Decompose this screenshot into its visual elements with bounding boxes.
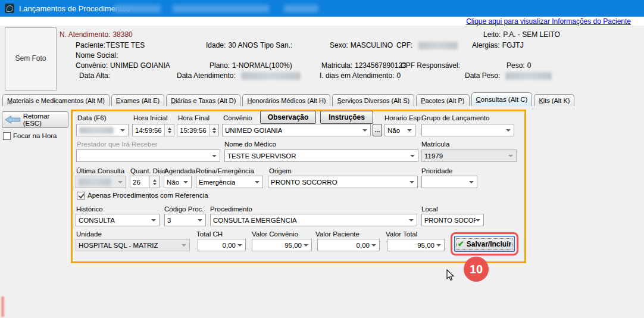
redacted-value	[418, 42, 458, 49]
plano-field: Plano:1-NORMAL(100%)	[210, 61, 292, 70]
grupo-lancamento-select[interactable]	[421, 124, 514, 136]
leito-field: Leito:P.A. - SEM LEITO	[483, 30, 560, 39]
valor-convenio-field[interactable]: 95,00	[252, 239, 312, 251]
tab-diarias-taxas[interactable]: Diárias e Taxas (Alt D)	[166, 94, 240, 106]
total-ch-label: Total CH	[196, 230, 223, 238]
tab-kits[interactable]: Kits (Alt K)	[534, 94, 574, 106]
titlebar: Lançamentos de Procedimentos	[0, 0, 644, 17]
prioridade-select[interactable]	[421, 176, 477, 188]
historico-label: Histórico	[76, 205, 103, 213]
chevron-down-icon	[409, 219, 414, 222]
chevron-down-icon	[237, 244, 242, 247]
tab-materiais-medicamentos[interactable]: Materiais e Medicamentos (Alt M)	[2, 94, 110, 106]
spinner-buttons[interactable]	[149, 176, 159, 188]
chevron-down-icon	[118, 181, 123, 183]
data-f6-select[interactable]	[76, 124, 129, 136]
prestador-select[interactable]	[76, 149, 220, 162]
redacted-value	[79, 127, 114, 134]
codigo-proc-select[interactable]: 3	[164, 214, 206, 226]
chevron-down-icon	[436, 244, 441, 247]
redacted-title-text	[284, 5, 318, 13]
prestador-label: Prestador que Irá Receber	[77, 141, 158, 148]
local-label: Local	[421, 205, 438, 213]
rotina-emergencia-label: Rotina/Emergência	[196, 167, 254, 174]
patient-photo-placeholder: Sem Foto	[5, 27, 57, 91]
horario-esp-select[interactable]: Não	[384, 124, 415, 136]
local-select[interactable]: PRONTO SOCORRO	[421, 214, 484, 226]
redacted-title-text	[114, 5, 161, 13]
chevron-down-icon	[508, 155, 513, 157]
nome-medico-label: Nome do Médico	[224, 141, 276, 148]
quant-dias-spinner[interactable]: 26	[130, 176, 160, 188]
redacted-value	[79, 179, 111, 186]
redacted-value	[241, 72, 301, 80]
data-peso-field: Data Peso:	[465, 71, 552, 80]
apenas-referencia-checkbox[interactable]	[77, 192, 85, 199]
data-f6-label: Data (F6)	[77, 114, 107, 121]
valor-total-field[interactable]: 95,00	[387, 239, 445, 251]
tab-honorarios-medicos[interactable]: Honorários Médicos (Alt H)	[242, 94, 330, 106]
chevron-down-icon	[304, 244, 308, 247]
cpf-responsavel-field: CPF Responsável:	[401, 61, 460, 70]
chevron-down-icon	[151, 219, 156, 222]
chevron-down-icon	[362, 129, 367, 132]
tab-exames[interactable]: Exames (Alt E)	[111, 94, 164, 106]
convenio-more-button[interactable]: ...	[373, 124, 382, 136]
spinner-buttons[interactable]	[209, 124, 218, 136]
observacao-button[interactable]: Observação	[260, 111, 316, 124]
tab-servicos-diversos[interactable]: Serviços Diversos (Alt S)	[332, 94, 414, 106]
peso-field: Peso:0	[507, 61, 531, 70]
convenio-label: Convênio	[223, 114, 252, 121]
chevron-down-icon	[409, 181, 414, 183]
left-edge-marker	[1, 297, 4, 317]
chevron-down-icon	[371, 244, 376, 247]
nome-social-field: Nome Social:	[76, 51, 120, 60]
chevron-down-icon	[198, 219, 202, 222]
matricula-field: Matricula:1234567890123	[321, 61, 407, 70]
redacted-value	[505, 72, 552, 80]
n-atendimento-field: N. Atendimento:38380	[60, 30, 133, 39]
procedimento-label: Procedimento	[210, 205, 252, 213]
historico-select[interactable]: CONSULTA	[76, 214, 160, 226]
hora-inicial-spinner[interactable]: 14:59:56	[132, 124, 174, 136]
hora-final-spinner[interactable]: 15:39:56	[177, 124, 219, 136]
total-ch-field[interactable]: 0,00	[198, 239, 246, 251]
origem-select[interactable]: PRONTO SOCORRO	[268, 176, 418, 188]
origem-label: Origem	[269, 167, 292, 174]
procedimento-select[interactable]: CONSULTA EMERGÊNCIA	[210, 214, 417, 226]
sexo-field: Sexo:MASCULINO	[330, 41, 393, 49]
matricula-select: 11979	[421, 149, 517, 162]
agendada-select[interactable]: Não	[164, 176, 192, 188]
arrow-left-icon	[5, 115, 21, 124]
alergias-field: Alergias:FGJTJ	[472, 41, 524, 49]
tab-pacotes[interactable]: Pacotes (Alt P)	[416, 94, 469, 106]
data-atendimento-field: Data Atendimento:	[177, 71, 301, 80]
prioridade-label: Prioridade	[421, 167, 452, 174]
convenio-select[interactable]: UNIMED GOIANIA	[222, 124, 371, 136]
chevron-down-icon	[120, 129, 125, 132]
valor-paciente-field[interactable]: 0,00	[317, 239, 380, 251]
data-alta-field: Data Alta:	[79, 71, 110, 80]
rotina-emergencia-select[interactable]: Emergência	[196, 176, 263, 188]
codigo-proc-label: Código Proc.	[164, 205, 204, 213]
chevron-down-icon	[469, 181, 474, 183]
patient-info-link[interactable]: Clique aqui para visualizar Informações …	[466, 17, 631, 26]
apenas-referencia-label: Apenas Procedimentos com Referencia	[87, 192, 208, 199]
unidade-select: HOSPITAL SQL - MATRIZ	[76, 239, 190, 251]
paciente-field: Paciente:TESTE TES	[76, 41, 145, 49]
focar-na-hora-checkbox[interactable]	[3, 132, 11, 140]
tipo-san-field: Tipo San.:	[260, 41, 295, 49]
retornar-button[interactable]: Retornar (ESC)	[2, 111, 68, 128]
nome-medico-select[interactable]: TESTE SUPERVISOR	[224, 149, 418, 162]
valor-convenio-label: Valor Convênio	[252, 230, 298, 238]
matricula-label: Matrícula	[421, 141, 449, 148]
tab-consultas[interactable]: Consultas (Alt C)	[471, 92, 533, 106]
window: Lançamentos de Procedimentos Clique aqui…	[0, 0, 644, 318]
spinner-buttons[interactable]	[164, 124, 174, 136]
chevron-down-icon	[212, 155, 217, 157]
cpf-field: CPF:	[396, 41, 458, 49]
horario-esp-label: Horario Esp.	[384, 114, 423, 121]
dias-atendimento-field: I. dias em Atendimento:0	[320, 71, 401, 80]
chevron-down-icon	[407, 129, 412, 132]
instrucoes-button[interactable]: Instruções	[320, 111, 373, 124]
